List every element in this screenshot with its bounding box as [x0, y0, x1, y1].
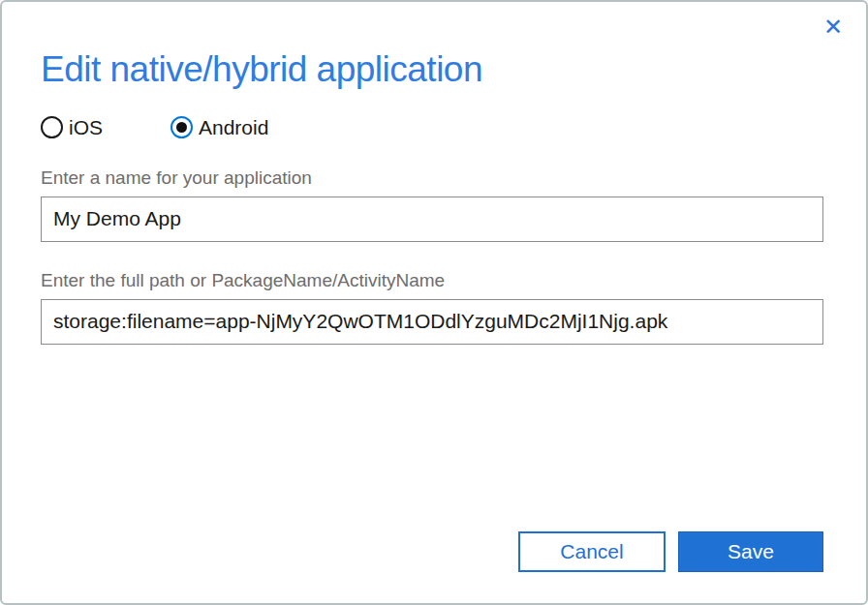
android-radio-icon[interactable] [170, 116, 193, 138]
dialog-content: Edit native/hybrid application iOS Andro… [2, 50, 866, 345]
close-button[interactable]: ✕ [818, 12, 849, 43]
dialog-title: Edit native/hybrid application [41, 50, 823, 90]
name-field-label: Enter a name for your application [41, 167, 823, 189]
application-path-input[interactable] [41, 299, 823, 345]
close-icon: ✕ [823, 15, 843, 39]
edit-application-dialog: ✕ Edit native/hybrid application iOS And… [0, 0, 868, 605]
android-radio-label: Android [199, 116, 268, 139]
path-field-label: Enter the full path or PackageName/Activ… [41, 270, 823, 291]
radio-option-ios[interactable]: iOS [41, 116, 170, 139]
dialog-footer: Cancel Save [518, 531, 823, 572]
radio-option-android[interactable]: Android [170, 116, 268, 139]
application-name-input[interactable] [41, 197, 823, 242]
platform-radio-group: iOS Android [41, 116, 823, 139]
save-button[interactable]: Save [678, 531, 823, 572]
ios-radio-label: iOS [69, 116, 103, 139]
cancel-button[interactable]: Cancel [518, 531, 666, 572]
android-radio-selected-dot [176, 122, 187, 133]
ios-radio-icon[interactable] [41, 116, 63, 138]
